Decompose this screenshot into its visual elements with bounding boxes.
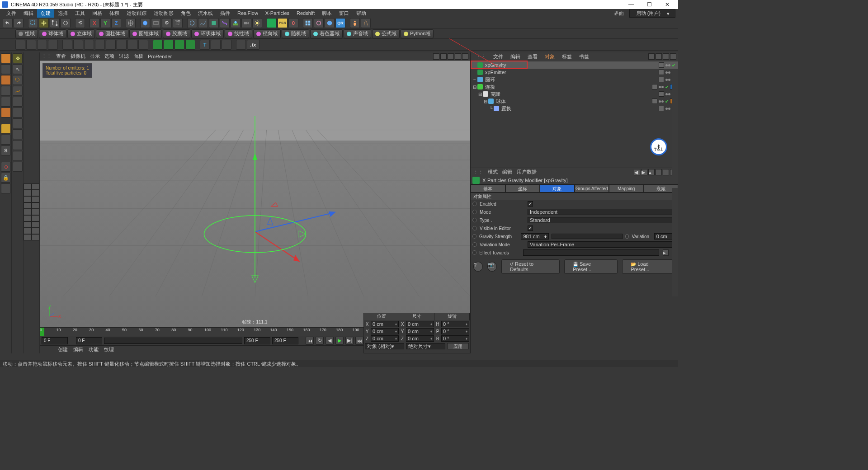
axis-x-button[interactable]: X	[90, 18, 99, 28]
viewport-solo-icon[interactable]	[1, 135, 11, 145]
layer-tag-icon[interactable]	[652, 84, 657, 89]
disclosure-icon[interactable]: ⊟	[472, 85, 477, 89]
menu-item[interactable]: 编辑	[20, 9, 37, 18]
view-menu-item[interactable]: 查看	[56, 53, 66, 60]
attr-tab[interactable]: 模式	[488, 169, 498, 175]
save-preset-button[interactable]: 💾 Save Preset...	[564, 259, 618, 274]
menu-item[interactable]: 角色	[177, 9, 194, 18]
anim-dot[interactable]	[472, 250, 476, 255]
mode-dropdown[interactable]: Independent▾	[528, 209, 678, 215]
visible-checkbox[interactable]: ✔	[528, 226, 533, 231]
visibility-dots[interactable]	[665, 93, 670, 95]
tool-icon[interactable]	[13, 140, 23, 150]
move-cursor-icon[interactable]: ✥	[13, 53, 23, 63]
arrow-icon[interactable]: ↖	[13, 64, 23, 74]
minimize-button[interactable]: —	[622, 1, 640, 8]
fx-label-icon[interactable]: .fx	[247, 40, 259, 50]
visibility-dots[interactable]	[659, 86, 664, 88]
view-menu-item[interactable]: 选项	[104, 53, 114, 60]
axis-z-button[interactable]: Z	[111, 18, 121, 28]
view-menu-item[interactable]: 过滤	[119, 53, 129, 60]
coord-pos-z[interactable]: 0 cm♦	[371, 335, 399, 342]
field-cone[interactable]: 圆锥体域	[129, 29, 162, 38]
swatch[interactable]	[24, 234, 32, 240]
fx-icon[interactable]	[73, 40, 83, 50]
fx-icon[interactable]	[37, 40, 47, 50]
attr-home-icon[interactable]	[656, 169, 662, 175]
mograph-icon[interactable]	[303, 18, 313, 28]
coord-mode-dropdown[interactable]: 对象 (相对)▾	[365, 343, 404, 349]
type-dropdown[interactable]: Standard▾	[528, 217, 678, 223]
view-nav-icon[interactable]	[440, 53, 447, 60]
attr-next-icon[interactable]: ▶	[641, 169, 647, 175]
disclosure-icon[interactable]: −	[472, 77, 477, 82]
workplane-icon[interactable]	[1, 75, 11, 85]
anim-dot[interactable]	[472, 210, 477, 214]
menu-item[interactable]: 创建	[37, 9, 54, 18]
end-frame-field-2[interactable]: 250 F	[272, 337, 298, 344]
scale-tool[interactable]	[50, 18, 60, 28]
field-sound[interactable]: 声音域	[344, 29, 371, 38]
menu-item[interactable]: 窗口	[335, 9, 353, 18]
fx-icon[interactable]	[95, 40, 105, 50]
environment-icon[interactable]	[231, 18, 241, 28]
field-capsule[interactable]: 胶囊域	[163, 29, 190, 38]
enabled-checkbox[interactable]: ✔	[528, 201, 533, 207]
tool-icon[interactable]	[13, 118, 23, 128]
attr-sub-tab[interactable]: 对象	[540, 184, 575, 193]
text-icon[interactable]: T	[200, 40, 210, 50]
swatch[interactable]	[32, 221, 40, 228]
attr-tab[interactable]: 用户数据	[517, 169, 537, 175]
om-tab[interactable]: 标签	[559, 52, 575, 61]
reset-defaults-button[interactable]: ↺ Reset to Defaults	[501, 259, 560, 274]
tool-icon[interactable]	[13, 108, 23, 118]
field-python[interactable]: Python域	[401, 29, 434, 38]
right-rail-2[interactable]	[672, 188, 678, 296]
object-node[interactable]: xpEmitter✔	[471, 69, 678, 76]
goto-start-button[interactable]: ⏮	[306, 337, 314, 345]
fx-icon[interactable]	[138, 40, 148, 50]
view-menu-item[interactable]: ProRender	[148, 54, 172, 59]
coord-size-dropdown[interactable]: 绝对尺寸▾	[406, 343, 445, 349]
undo-button[interactable]	[3, 18, 13, 28]
fx-icon[interactable]	[153, 40, 163, 50]
tool-icon[interactable]	[13, 151, 23, 161]
generator-icon[interactable]	[209, 18, 219, 28]
fx-icon[interactable]	[211, 40, 221, 50]
volume-icon[interactable]	[325, 18, 335, 28]
menu-item[interactable]: RealFlow	[234, 9, 262, 17]
view-menu-item[interactable]: 面板	[133, 53, 143, 60]
menu-item[interactable]: 脚本	[318, 9, 335, 18]
swatch[interactable]	[32, 209, 40, 215]
swatch[interactable]	[24, 202, 32, 209]
render-settings-icon[interactable]: ⚙	[162, 18, 172, 28]
menu-item[interactable]: 运动跟踪	[123, 9, 150, 18]
object-tree[interactable]: xpGravity✔xpEmitter✔−圆环✔⊟连接✔⊟克隆✔⊟球体✔└置换✔	[471, 61, 678, 168]
anim-dot[interactable]	[472, 202, 477, 206]
prev-frame-button[interactable]: ◀	[326, 337, 334, 345]
om-view-icon[interactable]	[656, 53, 662, 60]
swatch[interactable]	[32, 183, 40, 190]
visibility-dots[interactable]	[665, 108, 670, 110]
snap-icon[interactable]: S	[1, 146, 11, 155]
om-tab[interactable]: 对象	[542, 52, 557, 61]
attr-sub-tab[interactable]: 基本	[471, 184, 505, 193]
disclosure-icon[interactable]: ⊟	[478, 92, 482, 97]
select-tool[interactable]	[28, 18, 38, 28]
object-node[interactable]: ⊟克隆✔	[471, 90, 678, 98]
render-view-icon[interactable]	[151, 18, 161, 28]
redo-button[interactable]	[14, 18, 24, 28]
coord-size-x[interactable]: 0 cm♦	[406, 321, 434, 327]
edge-mode-icon[interactable]	[1, 97, 11, 107]
anim-dot[interactable]	[472, 226, 477, 230]
magnet-icon[interactable]: ⊙	[1, 162, 11, 172]
fx-icon[interactable]	[185, 40, 195, 50]
null-icon[interactable]	[187, 18, 197, 28]
texture-mode-icon[interactable]	[1, 64, 11, 74]
fx-icon[interactable]	[106, 40, 116, 50]
field-shader[interactable]: 着色器域	[310, 29, 343, 38]
menu-item[interactable]: 插件	[217, 9, 234, 18]
end-frame-field[interactable]: 250 F	[244, 337, 270, 344]
swatch[interactable]	[32, 202, 40, 209]
play-button[interactable]: ▶	[335, 337, 344, 345]
